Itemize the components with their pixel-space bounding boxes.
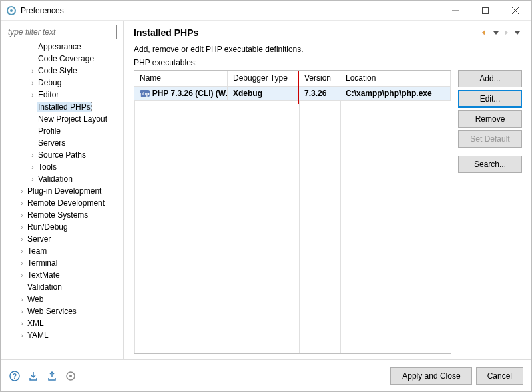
tree-item-label: Appearance — [37, 42, 83, 51]
expand-arrow-icon[interactable]: › — [18, 332, 26, 339]
tree-item-label: XML — [26, 319, 45, 328]
tree-item-label: Editor — [37, 90, 60, 100]
expand-arrow-icon[interactable]: › — [18, 260, 26, 267]
close-button[interactable] — [500, 1, 530, 20]
tree-item-label: Servers — [37, 138, 67, 148]
app-icon — [6, 5, 17, 16]
tree-item-label: New Project Layout — [37, 114, 109, 124]
expand-arrow-icon[interactable]: › — [29, 67, 37, 75]
cancel-button[interactable]: Cancel — [476, 367, 523, 385]
nav-back-menu-icon[interactable] — [491, 28, 501, 37]
tree-item-remote-development[interactable]: ›Remote Development — [5, 197, 120, 209]
filter-input[interactable] — [5, 25, 117, 39]
nav-back-icon[interactable] — [481, 28, 490, 37]
tree-item-label: Web — [26, 295, 45, 304]
expand-arrow-icon[interactable]: › — [18, 188, 26, 195]
tree-item-debug[interactable]: ›Debug — [5, 77, 120, 89]
window-title: Preferences — [21, 6, 440, 15]
expand-arrow-icon[interactable]: › — [18, 212, 26, 219]
tree-item-code-coverage[interactable]: Code Coverage — [5, 53, 120, 65]
col-header-name[interactable]: Name — [134, 71, 228, 86]
tree-item-tools[interactable]: ›Tools — [5, 161, 120, 173]
expand-arrow-icon[interactable]: › — [18, 224, 26, 231]
expand-arrow-icon[interactable]: › — [18, 200, 26, 207]
page-heading: Installed PHPs — [134, 27, 479, 38]
col-header-version[interactable]: Version — [299, 71, 340, 86]
tree-item-terminal[interactable]: ›Terminal — [5, 257, 120, 269]
tree-item-label: Web Services — [26, 307, 78, 316]
tree-item-code-style[interactable]: ›Code Style — [5, 65, 120, 77]
tree-item-team[interactable]: ›Team — [5, 245, 120, 257]
preferences-tree[interactable]: AppearanceCode Coverage›Code Style›Debug… — [5, 41, 121, 359]
help-icon[interactable]: ? — [9, 370, 21, 382]
expand-arrow-icon[interactable]: › — [18, 272, 26, 279]
main-panel: Installed PHPs Add, remove or edit PHP e… — [124, 21, 531, 359]
tree-item-new-project-layout[interactable]: New Project Layout — [5, 113, 120, 125]
export-icon[interactable] — [46, 370, 58, 382]
tree-item-installed-phps[interactable]: Installed PHPs — [5, 101, 120, 113]
svg-point-9 — [69, 375, 72, 377]
expand-arrow-icon[interactable]: › — [18, 248, 26, 255]
titlebar: Preferences — [1, 1, 531, 21]
tree-item-label: Team — [26, 246, 48, 256]
tree-item-server[interactable]: ›Server — [5, 233, 120, 245]
col-header-debugger[interactable]: Debugger Type — [228, 71, 299, 86]
tree-item-label: Installed PHPs — [37, 102, 92, 112]
expand-arrow-icon[interactable]: › — [29, 176, 37, 183]
remove-button[interactable]: Remove — [458, 110, 522, 128]
tree-item-run-debug[interactable]: ›Run/Debug — [5, 221, 120, 233]
expand-arrow-icon[interactable]: › — [29, 164, 37, 171]
tree-item-label: Remote Development — [26, 198, 106, 208]
table-header-row: Name Debugger Type Version Location — [134, 71, 451, 87]
nav-forward-menu-icon[interactable] — [513, 28, 522, 37]
tree-item-profile[interactable]: Profile — [5, 125, 120, 137]
tree-item-xml[interactable]: ›XML — [5, 317, 120, 329]
expand-arrow-icon[interactable]: › — [29, 91, 37, 99]
tree-item-label: YAML — [26, 331, 50, 340]
tree-item-plug-in-development[interactable]: ›Plug-in Development — [5, 185, 120, 197]
tree-item-yaml[interactable]: ›YAML — [5, 329, 120, 341]
tree-item-web[interactable]: ›Web — [5, 293, 120, 305]
expand-arrow-icon[interactable]: › — [18, 320, 26, 327]
expand-arrow-icon[interactable]: › — [29, 79, 37, 87]
php-executables-table[interactable]: Name Debugger Type Version Location php … — [134, 70, 451, 354]
nav-forward-icon[interactable] — [502, 28, 511, 37]
minimize-button[interactable] — [440, 1, 470, 20]
tree-item-validation[interactable]: Validation — [5, 281, 120, 293]
main-header: Installed PHPs — [134, 27, 522, 38]
cell-name-text: PHP 7.3.26 (CLI) (W... — [152, 89, 228, 98]
tree-item-textmate[interactable]: ›TextMate — [5, 269, 120, 281]
expand-arrow-icon[interactable]: › — [18, 296, 26, 303]
button-column: Add... Edit... Remove Set Default Search… — [458, 70, 522, 354]
page-description: Add, remove or edit PHP executable defin… — [134, 45, 522, 54]
expand-arrow-icon[interactable]: › — [18, 308, 26, 315]
tree-item-label: Debug — [37, 78, 63, 87]
tree-item-validation[interactable]: ›Validation — [5, 173, 120, 185]
tree-item-label: Validation — [37, 174, 74, 184]
table-label: PHP executables: — [134, 58, 522, 67]
table-row[interactable]: php PHP 7.3.26 (CLI) (W... Xdebug 7.3.26… — [134, 87, 451, 100]
tree-item-source-paths[interactable]: ›Source Paths — [5, 149, 120, 161]
col-header-location[interactable]: Location — [340, 71, 451, 86]
tree-item-editor[interactable]: ›Editor — [5, 89, 120, 101]
apply-and-close-button[interactable]: Apply and Close — [390, 367, 471, 385]
expand-arrow-icon[interactable]: › — [18, 236, 26, 243]
tree-item-remote-systems[interactable]: ›Remote Systems — [5, 209, 120, 221]
search-button[interactable]: Search... — [458, 156, 522, 173]
tree-item-label: Code Style — [37, 66, 79, 75]
svg-rect-3 — [482, 7, 488, 13]
maximize-button[interactable] — [470, 1, 500, 20]
tree-item-label: Source Paths — [37, 150, 87, 160]
expand-arrow-icon[interactable]: › — [29, 152, 37, 159]
tree-item-label: Validation — [26, 282, 63, 292]
import-icon[interactable] — [27, 370, 39, 382]
footer: ? Apply and Close Cancel — [1, 359, 531, 391]
tree-item-appearance[interactable]: Appearance — [5, 41, 120, 53]
oomph-icon[interactable] — [65, 370, 77, 382]
tree-item-label: Code Coverage — [37, 54, 95, 63]
add-button[interactable]: Add... — [458, 70, 522, 87]
tree-item-servers[interactable]: Servers — [5, 137, 120, 149]
tree-item-web-services[interactable]: ›Web Services — [5, 305, 120, 317]
edit-button[interactable]: Edit... — [458, 90, 522, 108]
svg-text:?: ? — [13, 373, 17, 380]
